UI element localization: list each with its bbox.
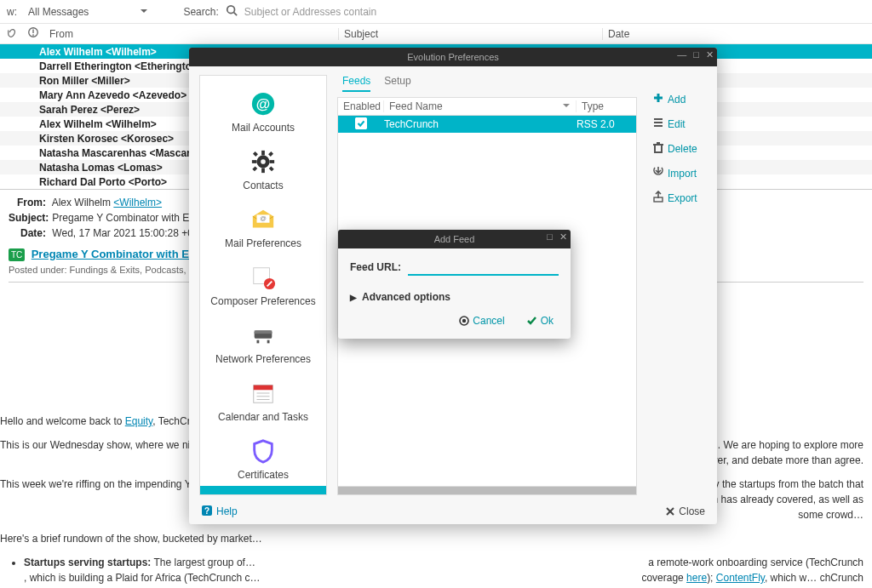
plus-icon: [652, 92, 664, 106]
article-title-link[interactable]: Pregame Y Combinator with Equity: [32, 248, 215, 260]
network-icon: [250, 321, 276, 350]
sidebar-item-contacts[interactable]: Contacts: [200, 139, 326, 197]
date-label: Date:: [9, 225, 46, 241]
svg-point-46: [462, 319, 466, 323]
sidebar-item-mail-accounts[interactable]: @ Mail Accounts: [200, 81, 326, 139]
edit-button[interactable]: Edit: [652, 117, 707, 131]
show-dropdown[interactable]: All Messages: [24, 3, 152, 20]
col-enabled[interactable]: Enabled: [338, 100, 384, 112]
preferences-sidebar: @ Mail Accounts Contacts @ Mail Preferen…: [199, 75, 327, 495]
col-header-from[interactable]: From: [49, 28, 339, 40]
from-link[interactable]: <Wilhelm>: [113, 197, 162, 208]
sidebar-item-news-blogs[interactable]: News and Blogs: [200, 486, 326, 495]
feed-actions: Add Edit Delete Import Export: [647, 75, 707, 495]
svg-rect-22: [257, 340, 260, 344]
column-headers: From Subject Date: [0, 24, 872, 44]
sidebar-item-certificates[interactable]: Certificates: [200, 428, 326, 486]
col-header-date[interactable]: Date: [603, 28, 629, 40]
shield-icon: [250, 437, 276, 465]
svg-point-4: [32, 34, 34, 36]
svg-line-1: [233, 13, 237, 16]
close-icon[interactable]: ✕: [559, 231, 567, 243]
subject-label: Subject:: [9, 210, 46, 225]
window-title: Evolution Preferences: [407, 52, 499, 62]
equity-link[interactable]: Equity: [125, 415, 152, 427]
import-button[interactable]: Import: [652, 166, 707, 180]
maximize-icon[interactable]: □: [693, 49, 699, 60]
minimize-icon[interactable]: —: [677, 49, 686, 60]
checkbox-checked-icon[interactable]: [355, 117, 367, 132]
help-button[interactable]: ? Help: [201, 505, 238, 519]
rss-icon: [250, 494, 276, 495]
list-icon: [652, 117, 664, 131]
col-header-subject[interactable]: Subject: [339, 28, 603, 40]
sidebar-item-composer-preferences[interactable]: Composer Preferences: [200, 254, 326, 312]
sidebar-item-mail-preferences[interactable]: @ Mail Preferences: [200, 197, 326, 254]
svg-rect-25: [254, 385, 273, 391]
chevron-down-icon: [562, 100, 571, 112]
svg-text:@: @: [260, 214, 267, 222]
export-button[interactable]: Export: [652, 191, 707, 205]
svg-text:@: @: [256, 96, 270, 112]
svg-rect-15: [252, 166, 257, 171]
show-value: All Messages: [28, 6, 89, 18]
tag-badge: TC: [9, 248, 25, 261]
cancel-button[interactable]: Cancel: [459, 315, 504, 327]
advanced-options-toggle[interactable]: ▶ Advanced options: [350, 291, 559, 303]
col-feedname[interactable]: Feed Name: [384, 100, 577, 112]
cancel-icon: [459, 316, 469, 326]
delete-button[interactable]: Delete: [652, 141, 707, 156]
tab-setup[interactable]: Setup: [384, 75, 410, 92]
export-icon: [652, 191, 664, 205]
at-icon: @: [250, 89, 276, 118]
sidebar-item-network-preferences[interactable]: Network Preferences: [200, 312, 326, 370]
svg-rect-8: [261, 151, 265, 156]
feed-url-input[interactable]: [408, 259, 559, 276]
feed-url-label: Feed URL:: [350, 261, 401, 273]
window-title: Add Feed: [434, 234, 475, 244]
from-label: From:: [9, 195, 46, 210]
importance-icon[interactable]: [27, 26, 39, 41]
close-icon[interactable]: ✕: [706, 49, 714, 60]
help-icon: ?: [201, 505, 213, 519]
svg-rect-23: [267, 340, 270, 344]
search-label: Search:: [183, 6, 218, 18]
envelope-icon: @: [250, 205, 276, 234]
search-placeholder[interactable]: Subject or Addresses contain: [244, 6, 376, 18]
filter-bar: w: All Messages Search: Subject or Addre…: [0, 0, 872, 24]
svg-text:?: ?: [204, 506, 209, 516]
svg-rect-12: [253, 151, 258, 157]
preferences-footer: ? Help Close: [189, 499, 717, 524]
show-label: w:: [7, 6, 17, 18]
attachment-icon[interactable]: [7, 26, 19, 41]
sidebar-item-calendar-tasks[interactable]: Calendar and Tasks: [200, 370, 326, 428]
titlebar[interactable]: Evolution Preferences — □ ✕: [189, 48, 717, 66]
compose-icon: [250, 263, 276, 292]
gear-icon: [250, 147, 276, 176]
close-icon: [665, 506, 675, 517]
svg-rect-13: [269, 166, 274, 171]
chevron-down-icon: [140, 6, 148, 18]
add-feed-dialog: Add Feed □ ✕ Feed URL: ▶ Advanced option…: [338, 230, 571, 339]
feed-name: TechCrunch: [384, 118, 577, 130]
check-icon: [525, 315, 537, 327]
horizontal-scrollbar[interactable]: [338, 486, 636, 494]
add-button[interactable]: Add: [652, 92, 707, 106]
search-icon[interactable]: [226, 4, 238, 19]
maximize-icon[interactable]: □: [547, 231, 553, 243]
feed-row[interactable]: TechCrunch RSS 2.0: [338, 116, 636, 133]
import-icon: [652, 166, 664, 180]
from-name: Alex Wilhelm: [52, 197, 114, 208]
close-button[interactable]: Close: [665, 505, 705, 517]
feed-type: RSS 2.0: [577, 118, 636, 130]
svg-rect-37: [655, 145, 662, 152]
ok-button[interactable]: Ok: [525, 315, 554, 327]
tabs: Feeds Setup: [337, 75, 637, 94]
titlebar[interactable]: Add Feed □ ✕: [338, 230, 571, 248]
feed-table-header: Enabled Feed Name Type: [337, 97, 637, 116]
calendar-icon: [250, 379, 276, 408]
trash-icon: [652, 141, 664, 156]
svg-rect-21: [255, 330, 272, 334]
tab-feeds[interactable]: Feeds: [342, 75, 370, 92]
col-type[interactable]: Type: [577, 100, 636, 112]
